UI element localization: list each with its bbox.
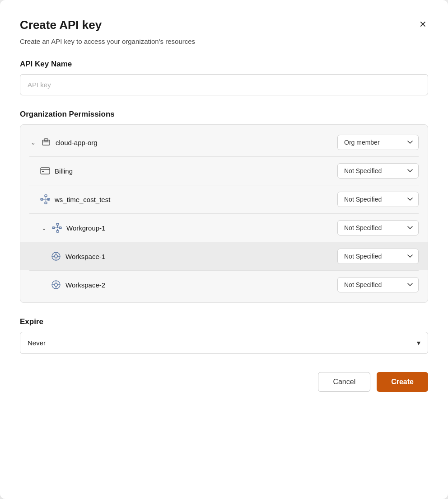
perm-name-workgroup-1: Workgroup-1 [66,224,105,232]
api-key-name-input[interactable] [20,74,428,95]
modal-title: Create API key [20,18,102,32]
perm-row-workspace-2: Workspace-2 Not Specified Read Write Adm… [20,271,428,299]
org-icon [41,137,51,147]
expire-select-wrapper[interactable]: Never ▾ [20,332,428,354]
perm-name-billing: Billing [55,167,73,175]
permissions-scroll[interactable]: ⌄ cloud-app-org Org member Not Spec [20,125,428,302]
workspace-1-icon [51,251,61,261]
billing-icon [40,166,50,176]
svg-rect-6 [45,195,47,197]
perm-select-workspace-1[interactable]: Not Specified Read Write Admin [337,249,419,264]
perm-row-billing: Billing Not Specified Read Write Admin [20,157,428,185]
modal-header: Create API key × [20,18,428,32]
perm-row-workspace-1: Workspace-1 Not Specified Read Write Adm… [20,242,428,270]
workgroup-1-icon [52,223,62,233]
perm-name-workspace-2: Workspace-2 [65,281,105,289]
chevron-cloud-app-org-icon[interactable]: ⌄ [29,139,37,146]
expire-chevron-icon: ▾ [417,339,420,347]
perm-select-ws-time-cost-test[interactable]: Not Specified Read Write Admin [337,192,419,207]
perm-name-cloud-app-org: cloud-app-org [56,139,98,146]
svg-point-25 [55,255,58,258]
svg-rect-3 [41,168,50,174]
expire-section: Expire Never ▾ [20,317,428,354]
perm-row-ws-time-cost-test: ws_time_cost_test Not Specified Read Wri… [20,185,428,213]
perm-name-workspace-1: Workspace-1 [65,253,105,260]
perm-select-workspace-2[interactable]: Not Specified Read Write Admin [337,277,419,292]
perm-select-cloud-app-org[interactable]: Org member Not Specified Org admin [337,135,419,150]
create-button[interactable]: Create [377,372,428,392]
svg-rect-5 [42,171,44,172]
create-api-key-modal: Create API key × Create an API key to ac… [0,0,448,499]
modal-subtitle: Create an API key to access your organiz… [20,38,428,45]
api-key-name-section: API Key Name [20,60,428,110]
api-key-name-label: API Key Name [20,60,428,69]
perm-name-ws-time-cost-test: ws_time_cost_test [55,196,110,203]
svg-point-31 [55,283,58,287]
chevron-workgroup-1-icon[interactable]: ⌄ [40,225,47,231]
workspace-2-icon [51,280,61,290]
close-button[interactable]: × [418,18,428,30]
permissions-box: ⌄ cloud-app-org Org member Not Spec [20,124,428,303]
permissions-section: Organization Permissions ⌄ [20,110,428,303]
perm-select-workgroup-1[interactable]: Not Specified Read Write Admin [337,220,419,235]
expire-value: Never [28,339,46,347]
svg-rect-18 [56,231,59,232]
svg-rect-9 [45,202,47,204]
perm-row-workgroup-1: ⌄ [20,214,428,242]
cancel-button[interactable]: Cancel [318,372,370,392]
perm-row-cloud-app-org: ⌄ cloud-app-org Org member Not Spec [20,128,428,156]
expire-label: Expire [20,317,428,326]
permissions-label: Organization Permissions [20,110,428,119]
perm-select-billing[interactable]: Not Specified Read Write Admin [337,163,419,179]
workgroup-icon [40,194,50,204]
action-buttons: Cancel Create [20,372,428,392]
svg-rect-15 [56,223,59,225]
